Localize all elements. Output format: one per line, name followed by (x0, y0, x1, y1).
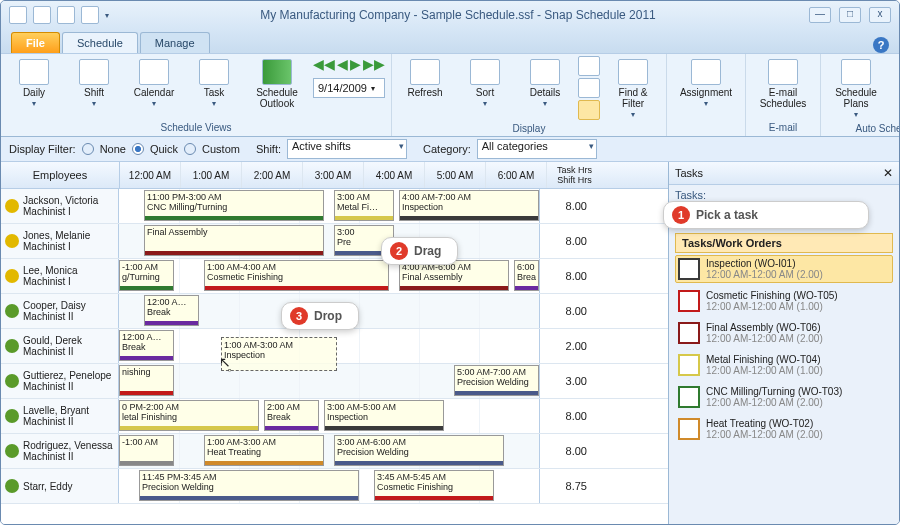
group-assignment: Assignment (667, 54, 746, 136)
assignment-block[interactable]: 3:45 AM-5:45 AMCosmetic Finishing (374, 470, 494, 501)
employee-cell[interactable]: Lavelle, BryantMachinist II (1, 399, 119, 433)
task-item[interactable]: Metal Finishing (WO-T04)12:00 AM-12:00 A… (675, 351, 893, 379)
assignment-block[interactable]: nishing (119, 365, 174, 396)
assignment-block[interactable]: 11:45 PM-3:45 AMPrecision Welding (139, 470, 359, 501)
shift-combo[interactable]: Active shifts (287, 139, 407, 159)
schedule-header: Employees 12:00 AM1:00 AM2:00 AM3:00 AM4… (1, 162, 668, 189)
task-button[interactable]: Task (187, 56, 241, 112)
task-item[interactable]: Final Assembly (WO-T06)12:00 AM-12:00 AM… (675, 319, 893, 347)
assignment-block[interactable]: 0 PM-2:00 AMletal Finishing (119, 400, 259, 431)
nav-last-icon[interactable]: ▶▶ (363, 56, 385, 72)
time-header[interactable]: 12:00 AM (120, 162, 181, 188)
assignment-block[interactable]: 12:00 A…Break (144, 295, 199, 326)
task-hrs-header[interactable]: Task HrsShift Hrs (547, 162, 602, 188)
employee-cell[interactable]: Rodriguez, VenessaMachinist II (1, 434, 119, 468)
qat-undo-icon[interactable] (33, 6, 51, 24)
tab-schedule[interactable]: Schedule (62, 32, 138, 53)
qat-save-icon[interactable] (9, 6, 27, 24)
tasks-close-icon[interactable]: ✕ (883, 166, 893, 180)
assignment-block[interactable]: 6:00Break (514, 260, 539, 291)
assignment-block[interactable]: 2:00 AMBreak (264, 400, 319, 431)
task-item-label: Final Assembly (WO-T06)12:00 AM-12:00 AM… (706, 322, 823, 344)
employee-cell[interactable]: Jackson, VictoriaMachinist I (1, 189, 119, 223)
nav-prev-icon[interactable]: ◀ (337, 56, 348, 72)
assignment-block[interactable]: Final Assembly (144, 225, 324, 256)
employee-name: Cooper, DaisyMachinist II (23, 300, 86, 322)
task-item[interactable]: Cosmetic Finishing (WO-T05)12:00 AM-12:0… (675, 287, 893, 315)
radio-custom[interactable] (184, 143, 196, 155)
employee-cell[interactable]: Jones, MelanieMachinist I (1, 224, 119, 258)
assignment-block[interactable]: 3:00 AMMetal Fi… (334, 190, 394, 221)
time-header[interactable]: 5:00 AM (425, 162, 486, 188)
employee-cell[interactable]: Guttierez, PenelopeMachinist II (1, 364, 119, 398)
shift-label: Shift: (256, 143, 281, 155)
date-picker[interactable]: 9/14/2009▾ (313, 78, 385, 98)
assignment-block[interactable]: 11:00 PM-3:00 AMCNC Milling/Turning (144, 190, 324, 221)
chart-icon (262, 59, 292, 85)
email-schedules-button[interactable]: E-mail Schedules (752, 56, 814, 112)
assignment-block[interactable]: 12:00 A…Break (119, 330, 174, 361)
timeline-cell[interactable]: Final Assembly3:00Pre (119, 224, 540, 258)
task-item[interactable]: CNC Milling/Turning (WO-T03)12:00 AM-12:… (675, 383, 893, 411)
employee-cell[interactable]: Lee, MonicaMachinist I (1, 259, 119, 293)
nav-next-icon[interactable]: ▶ (350, 56, 361, 72)
find-filter-button[interactable]: Find & Filter (606, 56, 660, 123)
view-option-2[interactable] (578, 78, 600, 98)
time-header[interactable]: 4:00 AM (364, 162, 425, 188)
window-title: My Manufacturing Company - Sample Schedu… (115, 8, 801, 22)
timeline-cell[interactable]: 0 PM-2:00 AMletal Finishing2:00 AMBreak3… (119, 399, 540, 433)
employee-cell[interactable]: Cooper, DaisyMachinist II (1, 294, 119, 328)
qat-print-icon[interactable] (81, 6, 99, 24)
nav-first-icon[interactable]: ◀◀ (313, 56, 335, 72)
sort-button[interactable]: Sort (458, 56, 512, 112)
timeline-cell[interactable]: 11:00 PM-3:00 AMCNC Milling/Turning3:00 … (119, 189, 540, 223)
generate-schedule-button[interactable]: Generate Schedule (891, 56, 900, 112)
schedule-outlook-button[interactable]: Schedule Outlook (247, 56, 307, 112)
close-button[interactable]: x (869, 7, 891, 23)
assignment-block[interactable]: 3:00 AM-5:00 AMInspection (324, 400, 444, 431)
maximize-button[interactable]: □ (839, 7, 861, 23)
tasks-group-header[interactable]: Tasks/Work Orders (675, 233, 893, 253)
assignment-block[interactable]: 1:00 AM-3:00 AMHeat Treating (204, 435, 324, 466)
assignment-block[interactable]: -1:00 AM (119, 435, 174, 466)
person-icon (5, 444, 19, 458)
time-header[interactable]: 3:00 AM (303, 162, 364, 188)
radio-none[interactable] (82, 143, 94, 155)
timeline-cell[interactable]: 11:45 PM-3:45 AMPrecision Welding3:45 AM… (119, 469, 540, 503)
task-item[interactable]: Heat Treating (WO-T02)12:00 AM-12:00 AM … (675, 415, 893, 443)
category-combo[interactable]: All categories (477, 139, 597, 159)
help-icon[interactable]: ? (873, 37, 889, 53)
qat-redo-icon[interactable] (57, 6, 75, 24)
employees-header[interactable]: Employees (1, 162, 120, 188)
details-button[interactable]: Details (518, 56, 572, 112)
daily-button[interactable]: Daily (7, 56, 61, 112)
qat-dropdown-icon[interactable]: ▾ (105, 11, 109, 20)
hours-cell: 8.00 (540, 189, 595, 223)
timeline-cell[interactable]: -1:00 AM1:00 AM-3:00 AMHeat Treating3:00… (119, 434, 540, 468)
calendar-button[interactable]: Calendar (127, 56, 181, 112)
minimize-button[interactable]: — (809, 7, 831, 23)
radio-quick[interactable] (132, 143, 144, 155)
time-header[interactable]: 6:00 AM (486, 162, 547, 188)
time-header[interactable]: 1:00 AM (181, 162, 242, 188)
view-option-1[interactable] (578, 56, 600, 76)
assignment-block[interactable]: 3:00 AM-6:00 AMPrecision Welding (334, 435, 504, 466)
task-item[interactable]: Inspection (WO-I01)12:00 AM-12:00 AM (2.… (675, 255, 893, 283)
tab-file[interactable]: File (11, 32, 60, 53)
view-option-3[interactable] (578, 100, 600, 120)
timeline-cell[interactable]: -1:00 AMg/Turning1:00 AM-4:00 AMCosmetic… (119, 259, 540, 293)
employee-cell[interactable]: Gould, DerekMachinist II (1, 329, 119, 363)
refresh-button[interactable]: Refresh (398, 56, 452, 101)
hours-cell: 8.75 (540, 469, 595, 503)
employee-cell[interactable]: Starr, Eddy (1, 469, 119, 503)
shift-button[interactable]: Shift (67, 56, 121, 112)
schedule-plans-button[interactable]: Schedule Plans (827, 56, 885, 123)
assignment-block[interactable]: 4:00 AM-7:00 AMInspection (399, 190, 539, 221)
assignment-block[interactable]: 1:00 AM-4:00 AMCosmetic Finishing (204, 260, 389, 291)
assignment-block[interactable]: -1:00 AMg/Turning (119, 260, 174, 291)
group-label-display: Display (398, 123, 660, 136)
assignment-block[interactable]: 5:00 AM-7:00 AMPrecision Welding (454, 365, 539, 396)
time-header[interactable]: 2:00 AM (242, 162, 303, 188)
assignment-button[interactable]: Assignment (673, 56, 739, 112)
tab-manage[interactable]: Manage (140, 32, 210, 53)
